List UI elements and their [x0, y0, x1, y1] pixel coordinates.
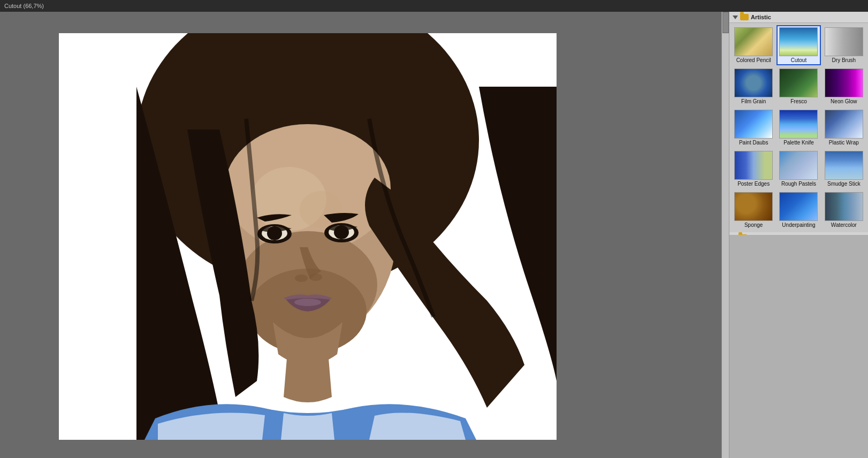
filter-label-film-grain: Film Grain [734, 98, 773, 104]
filter-thumb-watercolor [825, 192, 863, 221]
filter-label-poster-edges: Poster Edges [734, 181, 773, 187]
filter-label-dry-brush: Dry Brush [825, 57, 863, 63]
filter-thumb-film-grain [734, 68, 773, 97]
filter-label-cutout: Cutout [779, 57, 818, 63]
svg-point-5 [300, 191, 342, 228]
folder-icon [740, 14, 749, 20]
main-area: Artistic Colored Pencil Cutout Dry Brush [0, 12, 868, 458]
filter-label-plastic-wrap: Plastic Wrap [825, 140, 863, 146]
portrait-artwork [59, 33, 557, 440]
filter-thumb-neon-glow [825, 68, 863, 97]
filter-label-watercolor: Watercolor [825, 222, 863, 228]
scrollbar-thumb[interactable] [722, 12, 729, 33]
filter-thumb-plastic-wrap [825, 110, 863, 139]
filter-thumb-cutout [779, 27, 818, 56]
filter-thumb-underpainting [779, 192, 818, 221]
filter-thumb-paint-daubs [734, 110, 773, 139]
filter-thumb-colored-pencil [734, 27, 773, 56]
filter-thumb-dry-brush [825, 27, 863, 56]
titlebar: Cutout (66,7%) [0, 0, 868, 12]
svg-point-16 [294, 299, 321, 306]
filter-label-smudge-stick: Smudge Stick [825, 181, 863, 187]
filter-panel-empty [729, 235, 868, 458]
filter-thumb-palette-knife [779, 110, 818, 139]
filter-thumb-smudge-stick [825, 151, 863, 180]
filter-item-underpainting[interactable]: Underpainting [776, 190, 820, 230]
filter-item-rough-pastels[interactable]: Rough Pastels [776, 149, 820, 189]
canvas-scrollbar-vertical[interactable] [721, 12, 729, 458]
filter-thumb-sponge [734, 192, 773, 221]
filter-item-neon-glow[interactable]: Neon Glow [822, 66, 866, 106]
filter-label-fresco: Fresco [779, 98, 818, 104]
section-header-artistic[interactable]: Artistic [729, 12, 868, 23]
section-label-artistic: Artistic [751, 14, 771, 20]
filter-item-smudge-stick[interactable]: Smudge Stick [822, 149, 866, 189]
filter-item-paint-daubs[interactable]: Paint Daubs [732, 108, 775, 148]
filter-item-palette-knife[interactable]: Palette Knife [776, 108, 820, 148]
filter-label-rough-pastels: Rough Pastels [779, 181, 818, 187]
filter-item-cutout[interactable]: Cutout [776, 25, 820, 65]
filter-item-film-grain[interactable]: Film Grain [732, 66, 775, 106]
filter-label-underpainting: Underpainting [779, 222, 818, 228]
svg-point-14 [295, 274, 308, 282]
filter-item-sponge[interactable]: Sponge [732, 190, 775, 230]
canvas-content [59, 33, 557, 440]
filter-item-fresco[interactable]: Fresco [776, 66, 820, 106]
canvas-image [59, 33, 557, 440]
filter-list[interactable]: Artistic Colored Pencil Cutout Dry Brush [729, 12, 868, 235]
title-text: Cutout (66,7%) [4, 3, 44, 9]
filter-thumb-poster-edges [734, 151, 773, 180]
filter-grid-artistic: Colored Pencil Cutout Dry Brush Film Gra… [729, 23, 868, 232]
filter-label-paint-daubs: Paint Daubs [734, 140, 773, 146]
filter-label-neon-glow: Neon Glow [825, 98, 863, 104]
svg-point-15 [309, 273, 322, 281]
filter-label-palette-knife: Palette Knife [779, 140, 818, 146]
filter-item-watercolor[interactable]: Watercolor [822, 190, 866, 230]
filter-thumb-rough-pastels [779, 151, 818, 180]
right-panel: Artistic Colored Pencil Cutout Dry Brush [729, 12, 868, 458]
filter-item-colored-pencil[interactable]: Colored Pencil [732, 25, 775, 65]
filter-thumb-fresco [779, 68, 818, 97]
section-artistic: Artistic Colored Pencil Cutout Dry Brush [729, 12, 868, 232]
triangle-icon [733, 16, 738, 19]
filter-label-colored-pencil: Colored Pencil [734, 57, 773, 63]
filter-item-dry-brush[interactable]: Dry Brush [822, 25, 866, 65]
filter-item-plastic-wrap[interactable]: Plastic Wrap [822, 108, 866, 148]
canvas-area[interactable] [0, 12, 729, 458]
filter-item-poster-edges[interactable]: Poster Edges [732, 149, 775, 189]
folder-icon-brush [738, 234, 747, 235]
filter-label-sponge: Sponge [734, 222, 773, 228]
